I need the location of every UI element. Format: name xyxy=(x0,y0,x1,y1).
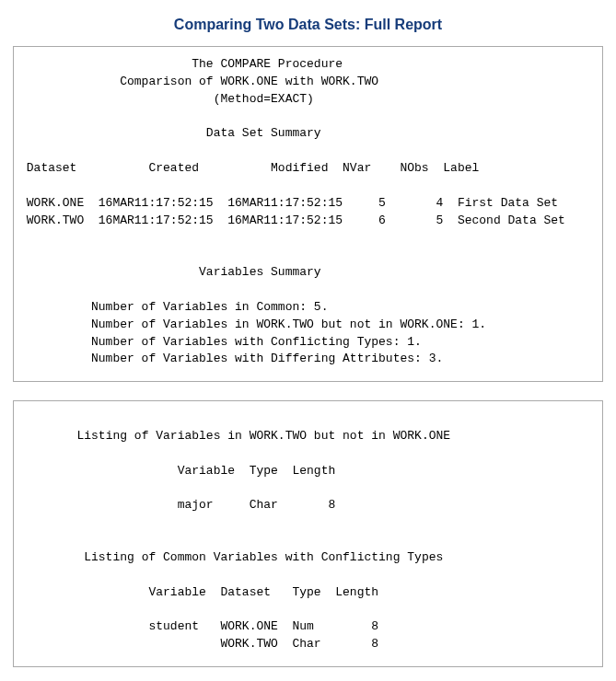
proc-header-2: Comparison of WORK.ONE with WORK.TWO xyxy=(19,75,378,88)
extra-vars-row: major Char 8 xyxy=(19,498,335,512)
variables-summary-line-4: Number of Variables with Differing Attri… xyxy=(19,352,443,365)
conflict-types-title: Listing of Common Variables with Conflic… xyxy=(19,550,443,564)
dataset-summary-header: Dataset Created Modified NVar NObs Label xyxy=(19,161,479,175)
compare-output-1: The COMPARE Procedure Comparison of WORK… xyxy=(19,56,597,368)
compare-output-2: Listing of Variables in WORK.TWO but not… xyxy=(19,410,597,653)
output-panel-1: The COMPARE Procedure Comparison of WORK… xyxy=(13,46,603,382)
proc-header-3: (Method=EXACT) xyxy=(19,92,314,106)
conflict-types-row-1: student WORK.ONE Num 8 xyxy=(19,619,378,633)
variables-summary-line-2: Number of Variables in WORK.TWO but not … xyxy=(19,317,486,331)
conflict-types-header: Variable Dataset Type Length xyxy=(19,585,378,599)
page-title: Comparing Two Data Sets: Full Report xyxy=(7,17,609,33)
proc-header-1: The COMPARE Procedure xyxy=(19,57,343,71)
extra-vars-header: Variable Type Length xyxy=(19,464,335,478)
dataset-summary-row-1: WORK.ONE 16MAR11:17:52:15 16MAR11:17:52:… xyxy=(19,196,558,210)
dataset-summary-row-2: WORK.TWO 16MAR11:17:52:15 16MAR11:17:52:… xyxy=(19,214,565,227)
variables-summary-line-1: Number of Variables in Common: 5. xyxy=(19,300,328,314)
output-panel-2: Listing of Variables in WORK.TWO but not… xyxy=(13,400,603,667)
variables-summary-line-3: Number of Variables with Conflicting Typ… xyxy=(19,335,422,349)
dataset-summary-title: Data Set Summary xyxy=(19,126,321,140)
conflict-types-row-2: WORK.TWO Char 8 xyxy=(19,637,378,651)
variables-summary-title: Variables Summary xyxy=(19,265,321,279)
extra-vars-title: Listing of Variables in WORK.TWO but not… xyxy=(19,429,450,443)
